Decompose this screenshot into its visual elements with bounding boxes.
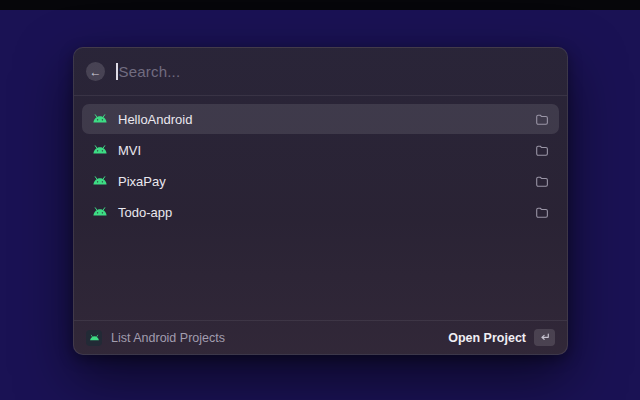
command-title: List Android Projects: [111, 331, 448, 345]
folder-icon: [535, 206, 549, 219]
project-row[interactable]: Todo-app: [82, 197, 559, 227]
primary-action-label: Open Project: [448, 331, 526, 345]
desktop-wallpaper: ← Search... HelloAndroid: [0, 0, 640, 400]
enter-key-icon: [539, 333, 550, 342]
primary-action[interactable]: Open Project: [448, 329, 555, 346]
folder-icon: [535, 144, 549, 157]
project-name: HelloAndroid: [118, 112, 535, 127]
android-icon: [92, 145, 108, 155]
command-palette-window: ← Search... HelloAndroid: [73, 47, 568, 355]
folder-icon: [535, 175, 549, 188]
menu-bar: [0, 0, 640, 10]
android-icon: [92, 114, 108, 124]
search-placeholder: Search...: [119, 63, 181, 80]
android-icon: [92, 176, 108, 186]
project-row[interactable]: HelloAndroid: [82, 104, 559, 134]
footer-bar: List Android Projects Open Project: [74, 320, 567, 354]
project-name: PixaPay: [118, 174, 535, 189]
project-list: HelloAndroid MVI: [74, 96, 567, 320]
text-caret: [116, 63, 118, 80]
folder-icon: [535, 113, 549, 126]
project-row[interactable]: MVI: [82, 135, 559, 165]
back-button[interactable]: ←: [86, 62, 105, 81]
android-icon: [92, 207, 108, 217]
search-bar: ← Search...: [74, 48, 567, 96]
android-icon: [89, 334, 100, 342]
extension-icon: [86, 330, 102, 346]
back-arrow-icon: ←: [90, 66, 102, 78]
project-name: MVI: [118, 143, 535, 158]
enter-key-badge: [534, 329, 555, 346]
project-name: Todo-app: [118, 205, 535, 220]
search-input[interactable]: Search...: [116, 63, 553, 80]
project-row[interactable]: PixaPay: [82, 166, 559, 196]
